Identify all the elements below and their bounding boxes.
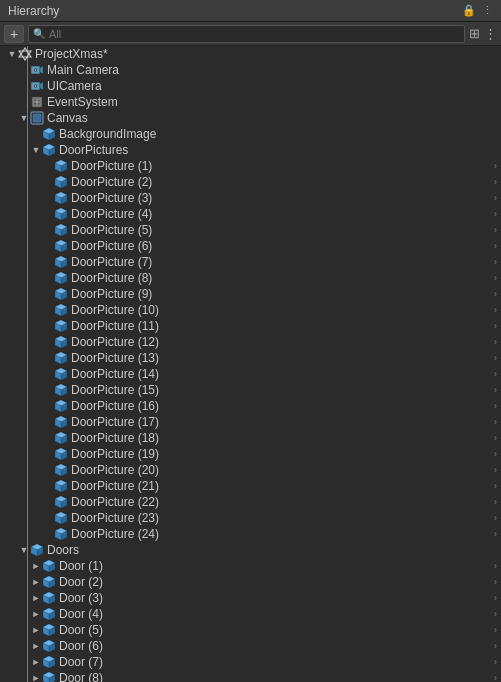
- chevron-right-dp6[interactable]: ›: [494, 241, 497, 251]
- tree-item-dp11[interactable]: DoorPicture (11)›: [0, 318, 501, 334]
- tree-item-door4[interactable]: Door (4)›: [0, 606, 501, 622]
- tree-item-dp6[interactable]: DoorPicture (6)›: [0, 238, 501, 254]
- tree-item-door3[interactable]: Door (3)›: [0, 590, 501, 606]
- tree-item-ui-camera[interactable]: UICamera: [0, 78, 501, 94]
- chevron-right-dp21[interactable]: ›: [494, 481, 497, 491]
- tree-item-doors[interactable]: Doors: [0, 542, 501, 558]
- tree-item-dp12[interactable]: DoorPicture (12)›: [0, 334, 501, 350]
- chevron-right-dp17[interactable]: ›: [494, 417, 497, 427]
- tree-item-dp3[interactable]: DoorPicture (3)›: [0, 190, 501, 206]
- arrow-canvas[interactable]: [18, 110, 30, 126]
- tree-item-dp21[interactable]: DoorPicture (21)›: [0, 478, 501, 494]
- chevron-right-dp19[interactable]: ›: [494, 449, 497, 459]
- item-label-door3: Door (3): [59, 591, 103, 605]
- prefab-icon[interactable]: ⋮: [484, 26, 497, 41]
- chevron-right-dp16[interactable]: ›: [494, 401, 497, 411]
- chevron-right-door3[interactable]: ›: [494, 593, 497, 603]
- chevron-right-door2[interactable]: ›: [494, 577, 497, 587]
- arrow-door3[interactable]: [30, 590, 42, 606]
- tree-item-dp14[interactable]: DoorPicture (14)›: [0, 366, 501, 382]
- arrow-project-xmas[interactable]: [6, 46, 18, 62]
- chevron-right-dp23[interactable]: ›: [494, 513, 497, 523]
- panel-header: Hierarchy 🔒 ⋮: [0, 0, 501, 22]
- scene-icon[interactable]: ⊞: [469, 26, 480, 41]
- tree-item-dp19[interactable]: DoorPicture (19)›: [0, 446, 501, 462]
- chevron-right-dp24[interactable]: ›: [494, 529, 497, 539]
- chevron-right-dp5[interactable]: ›: [494, 225, 497, 235]
- tree-item-dp15[interactable]: DoorPicture (15)›: [0, 382, 501, 398]
- arrow-door5[interactable]: [30, 622, 42, 638]
- chevron-right-dp14[interactable]: ›: [494, 369, 497, 379]
- tree-item-door8[interactable]: Door (8)›: [0, 670, 501, 682]
- cube-icon-door8: [42, 671, 56, 682]
- arrow-door6[interactable]: [30, 638, 42, 654]
- tree-item-dp16[interactable]: DoorPicture (16)›: [0, 398, 501, 414]
- tree-item-dp13[interactable]: DoorPicture (13)›: [0, 350, 501, 366]
- tree-item-main-camera[interactable]: Main Camera: [0, 62, 501, 78]
- arrow-door-pictures[interactable]: [30, 142, 42, 158]
- item-label-dp19: DoorPicture (19): [71, 447, 159, 461]
- arrow-door1[interactable]: [30, 558, 42, 574]
- item-label-dp18: DoorPicture (18): [71, 431, 159, 445]
- add-button[interactable]: +: [4, 25, 24, 43]
- chevron-right-dp1[interactable]: ›: [494, 161, 497, 171]
- tree-item-dp20[interactable]: DoorPicture (20)›: [0, 462, 501, 478]
- chevron-right-dp22[interactable]: ›: [494, 497, 497, 507]
- tree-item-door2[interactable]: Door (2)›: [0, 574, 501, 590]
- chevron-right-dp13[interactable]: ›: [494, 353, 497, 363]
- chevron-right-door5[interactable]: ›: [494, 625, 497, 635]
- item-label-dp7: DoorPicture (7): [71, 255, 152, 269]
- tree-item-event-system[interactable]: EventSystem: [0, 94, 501, 110]
- tree-item-door1[interactable]: Door (1)›: [0, 558, 501, 574]
- chevron-right-door8[interactable]: ›: [494, 673, 497, 682]
- chevron-right-dp4[interactable]: ›: [494, 209, 497, 219]
- chevron-right-dp15[interactable]: ›: [494, 385, 497, 395]
- tree-item-dp1[interactable]: DoorPicture (1)›: [0, 158, 501, 174]
- menu-icon[interactable]: ⋮: [482, 4, 493, 17]
- tree-item-door-pictures[interactable]: DoorPictures: [0, 142, 501, 158]
- item-label-dp3: DoorPicture (3): [71, 191, 152, 205]
- tree-item-dp23[interactable]: DoorPicture (23)›: [0, 510, 501, 526]
- chevron-right-door6[interactable]: ›: [494, 641, 497, 651]
- chevron-right-dp8[interactable]: ›: [494, 273, 497, 283]
- chevron-right-dp18[interactable]: ›: [494, 433, 497, 443]
- arrow-door7[interactable]: [30, 654, 42, 670]
- chevron-right-door4[interactable]: ›: [494, 609, 497, 619]
- chevron-right-door7[interactable]: ›: [494, 657, 497, 667]
- tree-item-dp2[interactable]: DoorPicture (2)›: [0, 174, 501, 190]
- chevron-right-dp12[interactable]: ›: [494, 337, 497, 347]
- tree-item-canvas[interactable]: Canvas: [0, 110, 501, 126]
- chevron-right-dp11[interactable]: ›: [494, 321, 497, 331]
- chevron-right-dp20[interactable]: ›: [494, 465, 497, 475]
- arrow-door8[interactable]: [30, 670, 42, 682]
- tree-item-door6[interactable]: Door (6)›: [0, 638, 501, 654]
- tree-item-background-image[interactable]: BackgroundImage: [0, 126, 501, 142]
- tree-item-dp8[interactable]: DoorPicture (8)›: [0, 270, 501, 286]
- item-label-canvas: Canvas: [47, 111, 88, 125]
- tree-item-dp22[interactable]: DoorPicture (22)›: [0, 494, 501, 510]
- chevron-right-dp10[interactable]: ›: [494, 305, 497, 315]
- tree-item-dp4[interactable]: DoorPicture (4)›: [0, 206, 501, 222]
- toolbar-right-icons: ⊞ ⋮: [469, 26, 497, 41]
- tree-item-dp7[interactable]: DoorPicture (7)›: [0, 254, 501, 270]
- arrow-doors[interactable]: [18, 542, 30, 558]
- tree-item-dp9[interactable]: DoorPicture (9)›: [0, 286, 501, 302]
- arrow-door4[interactable]: [30, 606, 42, 622]
- chevron-right-dp7[interactable]: ›: [494, 257, 497, 267]
- chevron-right-door1[interactable]: ›: [494, 561, 497, 571]
- tree-item-dp24[interactable]: DoorPicture (24)›: [0, 526, 501, 542]
- tree-item-project-xmas[interactable]: ProjectXmas*: [0, 46, 501, 62]
- arrow-door2[interactable]: [30, 574, 42, 590]
- tree-item-dp10[interactable]: DoorPicture (10)›: [0, 302, 501, 318]
- chevron-right-dp2[interactable]: ›: [494, 177, 497, 187]
- tree-item-dp18[interactable]: DoorPicture (18)›: [0, 430, 501, 446]
- lock-icon[interactable]: 🔒: [462, 4, 476, 17]
- tree-item-dp17[interactable]: DoorPicture (17)›: [0, 414, 501, 430]
- chevron-right-dp3[interactable]: ›: [494, 193, 497, 203]
- search-input[interactable]: [49, 28, 460, 40]
- chevron-right-dp9[interactable]: ›: [494, 289, 497, 299]
- cube-icon-dp17: [54, 415, 68, 429]
- tree-item-door7[interactable]: Door (7)›: [0, 654, 501, 670]
- tree-item-dp5[interactable]: DoorPicture (5)›: [0, 222, 501, 238]
- tree-item-door5[interactable]: Door (5)›: [0, 622, 501, 638]
